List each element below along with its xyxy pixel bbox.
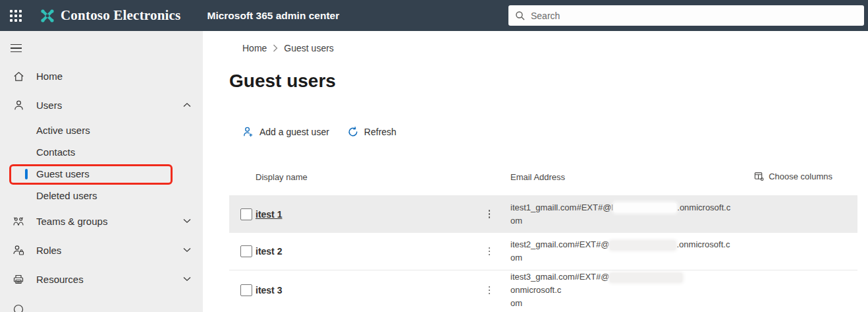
breadcrumb-home-link[interactable]: Home — [242, 43, 267, 53]
email-cell: itest3_gmail.com#EXT#@onmicrosoft.c om — [510, 270, 731, 310]
row-more-actions-icon[interactable] — [484, 286, 495, 295]
sidebar: Home Users Active users Contacts Guest u… — [0, 31, 203, 312]
sidebar-item-deleted-users[interactable]: Deleted users — [0, 185, 203, 206]
column-header-display-name[interactable]: Display name — [256, 172, 484, 183]
page-title: Guest users — [229, 69, 868, 93]
choose-columns-label: Choose columns — [769, 172, 832, 181]
sidebar-item-active-users[interactable]: Active users — [0, 119, 203, 141]
partial-circle-icon — [12, 301, 25, 312]
waffle-grid-icon — [10, 10, 22, 22]
app-launcher-waffle-icon[interactable] — [0, 0, 32, 31]
sidebar-item-partial[interactable] — [0, 294, 203, 312]
row-more-actions-icon[interactable] — [484, 210, 495, 218]
sidebar-item-teams-groups[interactable]: Teams & groups — [0, 206, 203, 235]
brand-name: Contoso Electronics — [61, 7, 181, 24]
sidebar-item-label: Resources — [36, 274, 84, 285]
nav-collapse-icon[interactable] — [11, 40, 37, 56]
breadcrumb: Home Guest users — [242, 43, 868, 53]
sidebar-item-label: Teams & groups — [36, 216, 107, 227]
redacted-text — [610, 273, 682, 282]
main-content: Home Guest users Guest users Add a guest… — [203, 31, 868, 312]
person-lock-icon — [12, 243, 25, 257]
sidebar-item-label: Guest users — [36, 168, 90, 179]
refresh-label: Refresh — [364, 127, 396, 137]
refresh-icon — [348, 127, 358, 137]
resources-icon — [12, 272, 25, 286]
sidebar-item-users[interactable]: Users — [0, 90, 203, 119]
global-search[interactable] — [508, 5, 864, 26]
table-header-row: Display name Email Address Choose column… — [229, 168, 857, 195]
display-name-link[interactable]: itest 3 — [256, 285, 484, 296]
sidebar-item-label: Deleted users — [36, 190, 97, 201]
table-row[interactable]: itest 1 itest1_gmaill.com#EXT#@l.onmicro… — [229, 195, 857, 233]
sidebar-item-home[interactable]: Home — [0, 61, 203, 90]
chevron-down-icon — [183, 218, 191, 224]
app-title: Microsoft 365 admin center — [207, 10, 340, 22]
sidebar-item-resources[interactable]: Resources — [0, 265, 203, 294]
table-row[interactable]: itest 2 itest2_gmail.com#EXT#@.onmicroso… — [229, 233, 857, 270]
email-cell: itest2_gmail.com#EXT#@.onmicrosoft.c om — [510, 238, 731, 265]
topbar: Contoso Electronics Microsoft 365 admin … — [0, 0, 868, 31]
choose-columns-icon — [754, 172, 764, 181]
person-add-icon — [242, 126, 254, 137]
selected-indicator-bar — [25, 169, 28, 179]
chevron-down-icon — [183, 276, 191, 282]
email-cell: itest1_gmaill.com#EXT#@l.onmicrosoft.c o… — [510, 201, 731, 228]
toolbar: Add a guest user Refresh — [242, 126, 868, 137]
redacted-text — [610, 241, 676, 250]
sidebar-item-roles[interactable]: Roles — [0, 235, 203, 265]
sidebar-item-label: Users — [36, 100, 62, 111]
display-name-link[interactable]: itest 1 — [256, 209, 484, 220]
sidebar-item-label: Roles — [36, 245, 61, 256]
chevron-up-icon — [183, 102, 191, 108]
chevron-right-icon — [273, 44, 278, 52]
brand: Contoso Electronics — [40, 7, 181, 24]
teams-groups-icon — [12, 214, 25, 228]
sidebar-item-label: Contacts — [36, 146, 75, 158]
add-guest-user-button[interactable]: Add a guest user — [242, 126, 329, 137]
row-checkbox[interactable] — [240, 208, 252, 220]
guest-users-table: Display name Email Address Choose column… — [229, 168, 857, 308]
add-guest-user-label: Add a guest user — [259, 127, 329, 137]
home-icon — [12, 69, 25, 82]
breadcrumb-current: Guest users — [284, 43, 333, 53]
sidebar-item-label: Active users — [36, 125, 90, 136]
chevron-down-icon — [183, 247, 191, 253]
person-icon — [12, 98, 25, 111]
sidebar-item-label: Home — [36, 71, 63, 82]
row-more-actions-icon[interactable] — [484, 247, 495, 256]
column-header-email[interactable]: Email Address — [510, 172, 731, 183]
sidebar-item-guest-users[interactable]: Guest users — [0, 163, 203, 185]
row-checkbox[interactable] — [240, 245, 252, 257]
row-checkbox[interactable] — [240, 284, 252, 296]
search-icon — [515, 11, 526, 21]
table-row[interactable]: itest 3 itest3_gmail.com#EXT#@onmicrosof… — [229, 270, 857, 308]
contoso-logo-icon — [40, 8, 55, 24]
sidebar-item-contacts[interactable]: Contacts — [0, 141, 203, 163]
display-name-link[interactable]: itest 2 — [256, 246, 484, 257]
search-input[interactable] — [531, 11, 857, 21]
refresh-button[interactable]: Refresh — [348, 127, 396, 137]
redacted-text — [614, 203, 676, 212]
choose-columns-button[interactable]: Choose columns — [754, 172, 857, 181]
